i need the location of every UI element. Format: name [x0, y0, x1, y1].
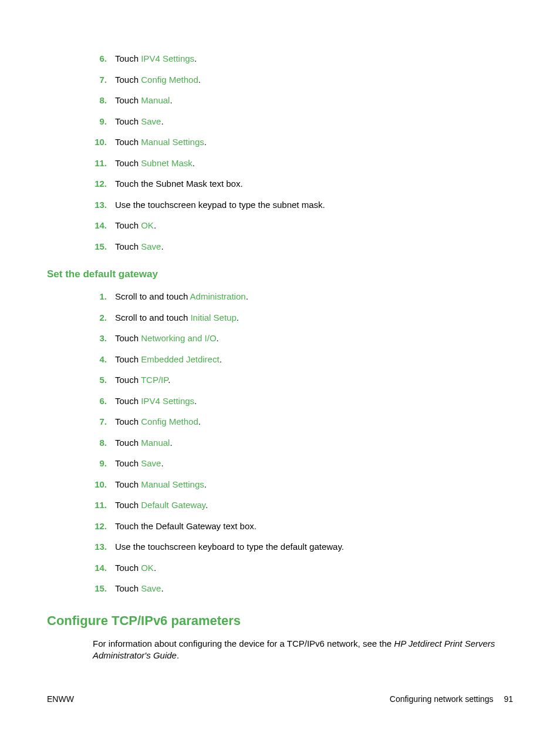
- page-footer: ENWW Configuring network settings 91: [47, 694, 513, 704]
- step-text-pre: Touch: [115, 458, 141, 468]
- step-text-pre: Touch the Default Gateway text box.: [115, 521, 257, 531]
- step-text-pre: Touch: [115, 95, 141, 105]
- step-item: 1.Scroll to and touch Administration.: [93, 291, 513, 303]
- footer-section-title: Configuring network settings: [390, 694, 494, 704]
- step-number: 14.: [93, 562, 107, 574]
- steps-list-1: 6.Touch IPV4 Settings.7.Touch Config Met…: [47, 53, 513, 252]
- step-text-pre: Touch: [115, 220, 141, 230]
- step-number: 10.: [93, 479, 107, 490]
- step-text-post: .: [198, 416, 201, 426]
- step-item: 6.Touch IPV4 Settings.: [93, 395, 513, 407]
- step-text-pre: Touch: [115, 416, 141, 426]
- step-number: 2.: [93, 312, 107, 324]
- step-text-post: .: [161, 583, 163, 593]
- step-text-post: .: [161, 116, 163, 126]
- step-link[interactable]: Manual: [141, 438, 170, 448]
- step-item: 11.Touch Default Gateway.: [93, 499, 513, 511]
- step-item: 3.Touch Networking and I/O.: [93, 332, 513, 344]
- step-item: 13.Use the touchscreen keypad to type th…: [93, 199, 513, 211]
- step-text-post: .: [204, 137, 207, 147]
- step-item: 14.Touch OK.: [93, 562, 513, 574]
- step-number: 5.: [93, 374, 107, 386]
- step-text-pre: Touch: [115, 583, 141, 593]
- step-text-post: .: [170, 95, 172, 105]
- step-link[interactable]: Embedded Jetdirect: [141, 354, 219, 364]
- step-text-post: .: [193, 158, 195, 168]
- step-link[interactable]: IPV4 Settings: [141, 53, 194, 63]
- step-number: 6.: [93, 53, 107, 65]
- step-link[interactable]: Subnet Mask: [141, 158, 193, 168]
- footer-page-number: 91: [504, 694, 513, 704]
- step-item: 5.Touch TCP/IP.: [93, 374, 513, 386]
- step-link[interactable]: Manual Settings: [141, 479, 204, 489]
- step-link[interactable]: Initial Setup: [190, 312, 236, 322]
- step-text-pre: Scroll to and touch: [115, 312, 190, 322]
- step-item: 9.Touch Save.: [93, 116, 513, 127]
- para-post: .: [177, 650, 179, 660]
- step-link[interactable]: Manual: [141, 95, 170, 105]
- step-link[interactable]: OK: [141, 563, 154, 573]
- heading-tcpipv6: Configure TCP/IPv6 parameters: [47, 613, 513, 629]
- step-item: 12.Touch the Subnet Mask text box.: [93, 178, 513, 190]
- step-link[interactable]: Save: [141, 458, 161, 468]
- step-link[interactable]: Default Gateway: [141, 500, 205, 510]
- step-number: 15.: [93, 241, 107, 253]
- step-text-pre: Touch: [115, 396, 141, 406]
- step-number: 14.: [93, 220, 107, 231]
- step-item: 7.Touch Config Method.: [93, 416, 513, 428]
- step-link[interactable]: Save: [141, 583, 161, 593]
- step-text-post: .: [205, 500, 208, 510]
- step-number: 8.: [93, 437, 107, 449]
- step-link[interactable]: Networking and I/O: [141, 333, 216, 343]
- step-number: 7.: [93, 74, 107, 86]
- step-number: 1.: [93, 291, 107, 303]
- step-number: 3.: [93, 332, 107, 344]
- step-text-pre: Touch: [115, 500, 141, 510]
- para-pre: For information about configuring the de…: [93, 639, 394, 648]
- step-text-post: .: [168, 375, 170, 385]
- steps-list-2: 1.Scroll to and touch Administration.2.S…: [47, 291, 513, 594]
- step-item: 15.Touch Save.: [93, 583, 513, 594]
- step-text-pre: Use the touchscreen keypad to type the s…: [115, 200, 325, 210]
- step-text-pre: Touch: [115, 563, 141, 573]
- step-number: 11.: [93, 157, 107, 169]
- step-link[interactable]: Save: [141, 241, 161, 251]
- step-item: 6.Touch IPV4 Settings.: [93, 53, 513, 65]
- step-text-pre: Touch: [115, 75, 141, 85]
- step-item: 10.Touch Manual Settings.: [93, 479, 513, 490]
- step-text-pre: Touch: [115, 375, 141, 385]
- step-item: 11.Touch Subnet Mask.: [93, 157, 513, 169]
- step-link[interactable]: Administration: [190, 291, 246, 301]
- step-text-pre: Touch: [115, 241, 141, 251]
- step-item: 14.Touch OK.: [93, 220, 513, 231]
- step-number: 11.: [93, 499, 107, 511]
- step-text-pre: Touch the Subnet Mask text box.: [115, 179, 243, 189]
- step-link[interactable]: IPV4 Settings: [141, 396, 194, 406]
- step-number: 15.: [93, 583, 107, 594]
- step-text-pre: Touch: [115, 354, 141, 364]
- step-text-pre: Touch: [115, 438, 141, 448]
- step-number: 13.: [93, 199, 107, 211]
- step-text-post: .: [161, 241, 163, 251]
- step-text-post: .: [217, 333, 219, 343]
- step-link[interactable]: Save: [141, 116, 161, 126]
- step-text-pre: Touch: [115, 333, 141, 343]
- step-number: 6.: [93, 395, 107, 407]
- step-text-post: .: [154, 563, 156, 573]
- step-item: 2.Scroll to and touch Initial Setup.: [93, 312, 513, 324]
- step-text-post: .: [161, 458, 163, 468]
- step-link[interactable]: TCP/IP: [141, 375, 168, 385]
- step-item: 8.Touch Manual.: [93, 437, 513, 449]
- step-text-post: .: [170, 438, 172, 448]
- step-text-post: .: [198, 75, 201, 85]
- step-link[interactable]: Config Method: [141, 416, 198, 426]
- step-link[interactable]: OK: [141, 220, 154, 230]
- step-link[interactable]: Manual Settings: [141, 137, 204, 147]
- step-text-pre: Use the touchscreen keyboard to type the…: [115, 542, 344, 552]
- step-item: 13.Use the touchscreen keyboard to type …: [93, 541, 513, 553]
- tcpipv6-paragraph: For information about configuring the de…: [93, 638, 513, 662]
- step-text-pre: Touch: [115, 158, 141, 168]
- step-text-pre: Touch: [115, 53, 141, 63]
- step-text-post: .: [194, 396, 197, 406]
- step-link[interactable]: Config Method: [141, 75, 198, 85]
